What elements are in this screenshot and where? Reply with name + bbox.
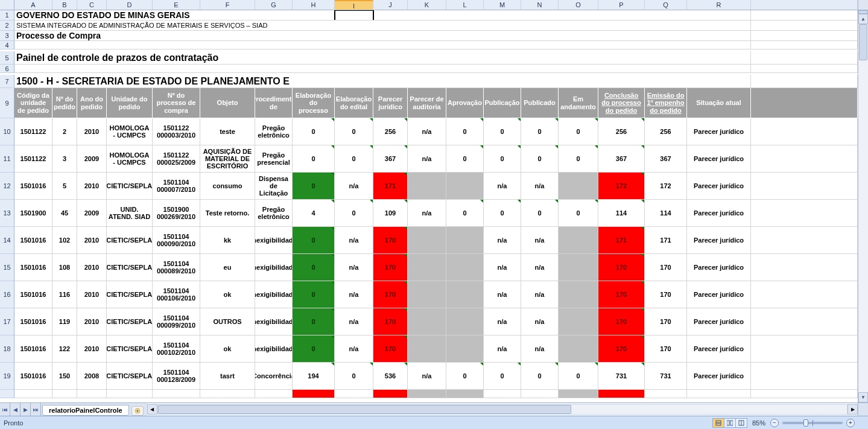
table-header[interactable]: Emissão do 1º empenho do pedido bbox=[645, 88, 687, 118]
row-header-14[interactable]: 14 bbox=[0, 227, 14, 254]
table-header[interactable]: Objeto bbox=[200, 88, 255, 118]
column-header-E[interactable]: E bbox=[153, 0, 200, 10]
table-cell[interactable] bbox=[521, 390, 559, 398]
column-header-D[interactable]: D bbox=[107, 0, 153, 10]
table-cell[interactable]: 2 bbox=[52, 118, 77, 145]
table-cell[interactable]: 1501900 bbox=[14, 200, 52, 227]
table-cell[interactable]: DCIETIC/SEPLAG bbox=[107, 227, 153, 254]
table-cell[interactable]: n/a bbox=[408, 118, 446, 145]
table-cell[interactable]: n/a bbox=[484, 254, 521, 281]
table-cell[interactable] bbox=[255, 390, 293, 398]
table-cell[interactable]: 1501104 000099/2010 bbox=[153, 308, 200, 335]
table-cell[interactable]: Parecer jurídico bbox=[687, 118, 751, 145]
cell[interactable] bbox=[751, 21, 858, 31]
table-cell[interactable]: 1501016 bbox=[14, 254, 52, 281]
cell[interactable] bbox=[751, 281, 858, 308]
table-cell[interactable]: 1501104 000106/2010 bbox=[153, 281, 200, 308]
column-header-M[interactable]: M bbox=[484, 0, 521, 10]
table-cell[interactable]: 1501104 000128/2009 bbox=[153, 363, 200, 390]
zoom-in-button[interactable]: + bbox=[846, 419, 855, 427]
table-header[interactable]: Situação atual bbox=[687, 88, 751, 118]
table-cell[interactable]: 109 bbox=[373, 200, 408, 227]
v-scroll-track[interactable] bbox=[858, 24, 868, 392]
tab-last-button[interactable]: ⏭ bbox=[31, 403, 41, 416]
table-cell[interactable]: 1501104 000007/2010 bbox=[153, 173, 200, 200]
title-cell-row3[interactable]: Processo de Compra bbox=[14, 31, 751, 41]
table-cell[interactable]: n/a bbox=[521, 173, 559, 200]
cell[interactable] bbox=[751, 173, 858, 200]
table-cell[interactable]: Parecer jurídico bbox=[687, 335, 751, 363]
row-header-3[interactable]: 3 bbox=[0, 31, 14, 41]
table-cell[interactable]: Pregão eletrônico bbox=[255, 200, 293, 227]
table-cell[interactable]: Parecer jurídico bbox=[687, 227, 751, 254]
table-cell[interactable]: 1501016 bbox=[14, 335, 52, 363]
table-header[interactable]: Publicação bbox=[484, 88, 521, 118]
table-cell[interactable]: 114 bbox=[598, 200, 645, 227]
table-cell[interactable]: 4 bbox=[293, 200, 335, 227]
table-cell[interactable] bbox=[484, 390, 521, 398]
table-header[interactable]: Código da unidade de pedido bbox=[14, 88, 52, 118]
table-cell[interactable]: Inexigibilidade bbox=[255, 308, 293, 335]
table-cell[interactable]: n/a bbox=[484, 335, 521, 363]
table-cell[interactable]: 367 bbox=[598, 145, 645, 173]
row-header-partial[interactable] bbox=[0, 390, 14, 398]
table-cell[interactable]: 108 bbox=[52, 254, 77, 281]
title-cell-row4[interactable] bbox=[14, 41, 751, 49]
table-cell[interactable] bbox=[559, 308, 598, 335]
row-header-13[interactable]: 13 bbox=[0, 200, 14, 227]
cell[interactable] bbox=[751, 335, 858, 363]
table-cell[interactable]: 2008 bbox=[77, 363, 107, 390]
table-cell[interactable] bbox=[408, 281, 446, 308]
table-cell[interactable]: 1501122 000025/2009 bbox=[153, 145, 200, 173]
table-cell[interactable]: tasrt bbox=[200, 363, 255, 390]
table-cell[interactable]: 367 bbox=[645, 145, 687, 173]
row-header-17[interactable]: 17 bbox=[0, 308, 14, 335]
table-cell[interactable]: 0 bbox=[335, 363, 373, 390]
table-cell[interactable]: n/a bbox=[408, 200, 446, 227]
row-header-7[interactable]: 7 bbox=[0, 75, 14, 88]
table-cell[interactable]: 0 bbox=[335, 145, 373, 173]
table-cell[interactable]: n/a bbox=[521, 308, 559, 335]
row-header-19[interactable]: 19 bbox=[0, 363, 14, 390]
zoom-slider-thumb[interactable] bbox=[803, 419, 808, 427]
scroll-right-button[interactable]: ▶ bbox=[847, 404, 858, 415]
table-cell[interactable]: n/a bbox=[484, 281, 521, 308]
table-cell[interactable]: DCIETIC/SEPLAG bbox=[107, 335, 153, 363]
table-cell[interactable]: teste bbox=[200, 118, 255, 145]
horizontal-scrollbar[interactable]: ◀ ▶ bbox=[147, 403, 858, 416]
table-header[interactable]: Parecer de auditoria bbox=[408, 88, 446, 118]
table-cell[interactable]: 0 bbox=[446, 363, 484, 390]
cell[interactable] bbox=[751, 51, 858, 65]
title-cell-row6[interactable] bbox=[14, 65, 751, 73]
table-cell[interactable]: 1501016 bbox=[14, 363, 52, 390]
table-cell[interactable]: 1501016 bbox=[14, 281, 52, 308]
table-cell[interactable]: 0 bbox=[293, 173, 335, 200]
table-cell[interactable]: 170 bbox=[645, 335, 687, 363]
table-cell[interactable]: 0 bbox=[446, 118, 484, 145]
table-cell[interactable]: 0 bbox=[559, 200, 598, 227]
table-cell[interactable]: n/a bbox=[335, 254, 373, 281]
table-cell[interactable]: 3 bbox=[52, 145, 77, 173]
column-header-L[interactable]: L bbox=[446, 0, 484, 10]
table-cell[interactable]: Concorrência bbox=[255, 363, 293, 390]
table-cell[interactable]: 536 bbox=[373, 363, 408, 390]
table-cell[interactable] bbox=[408, 335, 446, 363]
column-header-Q[interactable]: Q bbox=[645, 0, 687, 10]
column-header-B[interactable]: B bbox=[52, 0, 77, 10]
cell[interactable] bbox=[751, 75, 858, 88]
cell[interactable] bbox=[751, 31, 858, 41]
table-cell[interactable]: 367 bbox=[373, 145, 408, 173]
table-cell[interactable]: UNID. ATEND. SIAD bbox=[107, 200, 153, 227]
table-cell[interactable] bbox=[408, 227, 446, 254]
table-cell[interactable]: n/a bbox=[408, 145, 446, 173]
row-header-9[interactable]: 9 bbox=[0, 88, 14, 118]
table-cell[interactable]: 172 bbox=[645, 173, 687, 200]
table-cell[interactable]: HOMOLOGA - UCMPCS bbox=[107, 145, 153, 173]
view-normal-button[interactable] bbox=[712, 418, 724, 428]
table-cell[interactable]: Inexigibilidade bbox=[255, 254, 293, 281]
table-cell[interactable]: n/a bbox=[521, 227, 559, 254]
table-cell[interactable] bbox=[598, 390, 645, 398]
table-cell[interactable]: 0 bbox=[521, 118, 559, 145]
table-cell[interactable]: HOMOLOGA - UCMPCS bbox=[107, 118, 153, 145]
table-cell[interactable] bbox=[446, 173, 484, 200]
